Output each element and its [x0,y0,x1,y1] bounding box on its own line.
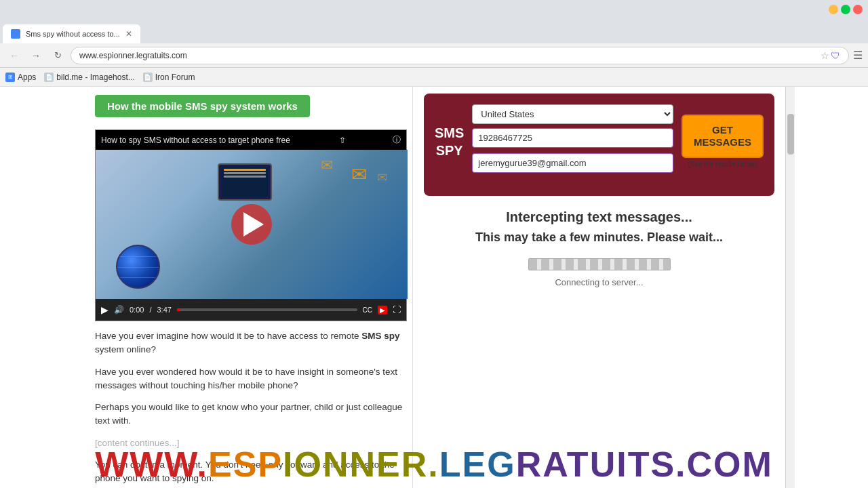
paragraph-1: Have you ever imagine how would it be to… [95,329,407,357]
get-btn-line2: MESSAGES [694,136,751,148]
close-button[interactable] [853,5,863,14]
youtube-logo[interactable]: ▶ [378,306,387,314]
email-icon-deco3: ✉ [377,170,387,185]
bookmark-star-icon[interactable]: ☆ [821,50,829,61]
tab-bar: Sms spy without access to... ✕ [0,19,868,43]
tab-title: Sms spy without access to... [26,30,120,38]
window-controls[interactable] [829,5,863,14]
intercepting-text: Intercepting text messages... [437,209,761,225]
left-column: How the mobile SMS spy system works How … [0,87,412,488]
page-icon: 📄 [44,73,54,82]
video-time: 0:00 [130,306,144,314]
bookmark-bild[interactable]: 📄 bild.me - Imagehost... [44,73,134,82]
volume-button[interactable]: 🔊 [114,305,124,314]
url-text: www.espionner.legratuits.com [79,51,818,60]
page-icon-2: 📄 [143,73,153,82]
address-bar[interactable]: www.espionner.legratuits.com ☆ 🛡 [71,47,849,64]
video-thumbnail[interactable]: ✉ ✉ ✉ [96,150,408,299]
paragraph-3: Perhaps you would like to get know who y… [95,401,407,428]
video-duration: 3:47 [157,306,171,314]
country-select-wrapper: United States [472,104,673,124]
progress-fill [177,308,180,311]
shield-icon: 🛡 [831,50,840,61]
page-content: How the mobile SMS spy system works How … [0,87,868,488]
phone-input[interactable] [472,128,673,148]
share-icon[interactable]: ⇧ [339,136,346,145]
scrollbar-thumb[interactable] [787,114,794,155]
country-select[interactable]: United States [472,104,673,124]
menu-icon[interactable]: ☰ [853,49,863,62]
active-tab[interactable]: Sms spy without access to... ✕ [3,24,140,43]
back-button[interactable]: ← [5,47,23,64]
right-panel: SMS SPY United States [412,87,785,488]
video-controls: ▶ 🔊 0:00 / 3:47 CC ▶ ⛶ [96,299,406,321]
wait-text: This may take a few minutes. Please wait… [437,230,761,245]
info-icon[interactable]: ⓘ [393,134,401,146]
email-input[interactable] [472,153,673,173]
email-icon-deco2: ✉ [321,157,333,174]
intercepting-section: Intercepting text messages... This may t… [424,196,774,301]
time-separator: / [149,306,151,314]
get-btn-line1: GET [694,124,751,136]
tab-favicon [11,29,20,39]
fullscreen-button[interactable]: ⛶ [393,305,401,314]
paragraph-4: [content continues...] [95,436,407,450]
bookmark-apps-label: Apps [18,73,36,82]
bookmarks-bar: ⊞ Apps 📄 bild.me - Imagehost... 📄 Iron F… [0,68,868,87]
scrollbar[interactable] [785,87,795,488]
bookmark-iron-forum-label: Iron Forum [155,73,195,82]
tab-close-icon[interactable]: ✕ [125,29,132,39]
get-messages-section: GET MESSAGES (See the results below) [682,115,764,168]
forward-button[interactable]: → [27,47,45,64]
video-player: How to spy SMS without access to target … [95,129,407,321]
play-pause-button[interactable]: ▶ [101,304,108,315]
video-header: How to spy SMS without access to target … [96,130,406,150]
bookmark-apps[interactable]: ⊞ Apps [5,73,36,82]
monitor-graphic [218,163,272,201]
form-top: SMS SPY United States [435,104,764,178]
globe-graphic [116,245,170,289]
play-triangle-icon [243,212,264,237]
sms-spy-label: SMS SPY [435,124,464,159]
progress-bar[interactable] [177,308,357,311]
title-bar [0,0,868,19]
get-btn-subtitle: (See the results below) [688,161,757,168]
video-title-text: How to spy SMS without access to target … [101,136,290,145]
email-icon-deco: ✉ [351,163,367,186]
nav-bar: ← → ↻ www.espionner.legratuits.com ☆ 🛡 ☰ [0,43,868,68]
form-fields: United States [472,104,673,178]
article-text: Have you ever imagine how would it be to… [95,321,407,488]
paragraph-2: Have you ever wondered how would it be t… [95,365,407,393]
progress-bar-status [528,258,671,270]
sms-spy-form: SMS SPY United States [424,94,774,196]
bookmark-iron-forum[interactable]: 📄 Iron Forum [143,73,195,82]
get-messages-button[interactable]: GET MESSAGES [682,115,764,158]
bookmark-bild-label: bild.me - Imagehost... [56,73,134,82]
paragraph-5: You can do it in a moment. You don't nee… [95,458,407,486]
bold-sms-spy: SMS spy [361,331,399,341]
connecting-text: Connecting to server... [437,277,761,287]
video-title-button[interactable]: How the mobile SMS spy system works [95,95,310,117]
maximize-button[interactable] [841,5,850,14]
reload-button[interactable]: ↻ [49,47,66,64]
apps-grid-icon: ⊞ [5,73,15,82]
cc-button[interactable]: CC [363,306,372,314]
play-button[interactable] [231,204,272,245]
minimize-button[interactable] [829,5,838,14]
